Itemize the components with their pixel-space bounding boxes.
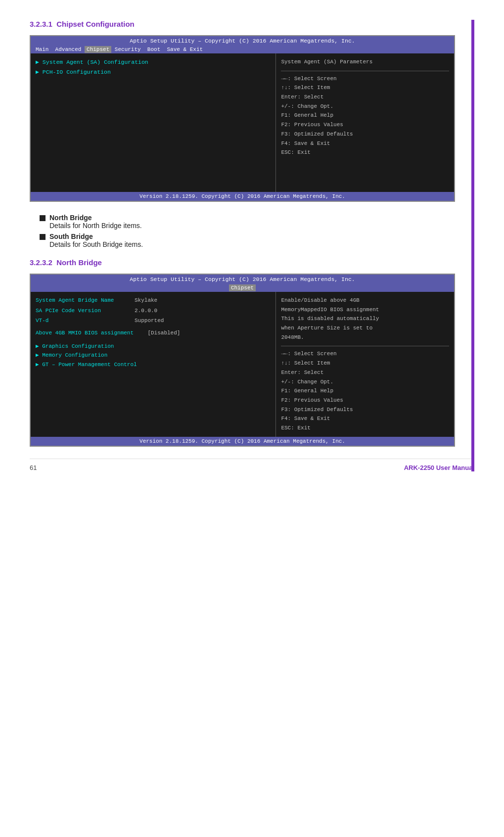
bios-header-1: Aptio Setup Utility – Copyright (C) 2016… [31,36,454,46]
nb-arrow-graphics[interactable]: Graphics Configuration [36,342,271,351]
bullet-south-bridge-detail: Details for South Bridge items. [49,240,143,248]
bios-right-1: System Agent (SA) Parameters →←: Select … [276,53,454,192]
section-321-title: 3.2.3.1 Chipset Configuration [30,20,474,28]
bios-screen-northbridge: Aptio Setup Utility – Copyright (C) 2016… [30,274,455,447]
bios-right-2: Enable/Disable above 4GBMemoryMappedIO B… [276,292,454,437]
bios-keys-2: →←: Select Screen ↑↓: Select Item Enter:… [281,346,449,432]
bios-footer-1: Version 2.18.1259. Copyright (C) 2016 Am… [31,192,454,201]
page-brand: ARK-2250 User Manual [404,464,474,471]
nb-row-vtd: VT-d Supported [36,316,271,326]
chipset-bullet-list: North Bridge Details for North Bridge it… [40,214,474,248]
bullet-north-bridge-detail: Details for North Bridge items. [49,222,142,230]
bios-header-2: Aptio Setup Utility – Copyright (C) 2016… [31,275,454,284]
section-321-label: Chipset Configuration [56,20,135,28]
bullet-south-bridge-title: South Bridge [49,232,93,240]
bios-help-text-2: Enable/Disable above 4GBMemoryMappedIO B… [281,296,449,342]
bios-nav-1: Main Advanced Chipset Security Boot Save… [31,46,454,53]
bullet-north-bridge-title: North Bridge [49,214,92,222]
section-322-title: 3.2.3.2 North Bridge [30,258,474,267]
nb-row-pcie-version: SA PCIe Code Version 2.0.0.0 [36,306,271,316]
bios-body-1: System Agent (SA) Configuration PCH-IO C… [31,53,454,192]
section-322-label: North Bridge [56,258,102,267]
bios-screen-chipset: Aptio Setup Utility – Copyright (C) 2016… [30,35,455,202]
bullet-square-2 [40,234,46,240]
bullet-north-bridge: North Bridge Details for North Bridge it… [40,214,474,230]
page-number: 61 [30,464,37,471]
bios-left-1: System Agent (SA) Configuration PCH-IO C… [31,53,276,192]
bios-item-sa-config[interactable]: System Agent (SA) Configuration [36,57,271,67]
bios-body-2: System Agent Bridge Name Skylake SA PCIe… [31,292,454,437]
bios-footer-2: Version 2.18.1259. Copyright (C) 2016 Am… [31,437,454,446]
section-321-number: 3.2.3.1 [30,20,52,28]
nb-arrow-memory[interactable]: Memory Configuration [36,351,271,360]
page-footer: 61 ARK-2250 User Manual [30,459,474,471]
bios-item-pch[interactable]: PCH-IO Configuration [36,67,271,77]
section-322-number: 3.2.3.2 [30,258,52,267]
bios-left-2: System Agent Bridge Name Skylake SA PCIe… [31,292,276,437]
bios-keys-1: →←: Select Screen ↑↓: Select Item Enter:… [281,71,449,157]
bios-help-text-1: System Agent (SA) Parameters [281,57,449,67]
bios-nav-2: Chipset [31,284,454,292]
bullet-square-1 [40,215,46,221]
bullet-south-bridge: South Bridge Details for South Bridge it… [40,232,474,248]
nb-row-mmio: Above 4GB MMIO BIOS assignment [Disabled… [36,328,271,338]
nb-row-bridge-name: System Agent Bridge Name Skylake [36,296,271,305]
nb-arrow-gt-power[interactable]: GT – Power Management Control [36,360,271,370]
